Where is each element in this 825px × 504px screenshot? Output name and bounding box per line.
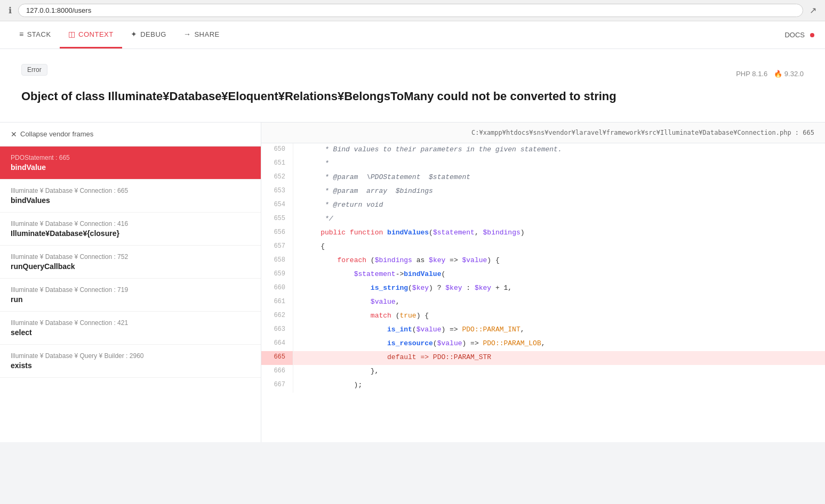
collapse-vendor-label: Collapse vendor frames bbox=[20, 130, 93, 138]
code-line: 658 foreach ($bindings as $key => $value… bbox=[261, 254, 825, 268]
line-code: match (true) { bbox=[293, 310, 429, 323]
nav-label-stack: STACK bbox=[27, 30, 51, 38]
code-line: 651 * bbox=[261, 157, 825, 171]
line-number: 663 bbox=[261, 323, 293, 337]
nav-item-stack[interactable]: ≡STACK bbox=[11, 21, 60, 48]
collapse-vendor-button[interactable]: ✕ Collapse vendor frames bbox=[0, 123, 261, 147]
code-line: 654 * @return void bbox=[261, 199, 825, 213]
code-line: 661 $value, bbox=[261, 296, 825, 310]
close-icon: ✕ bbox=[11, 130, 17, 139]
nav-right: DOCS bbox=[784, 31, 814, 39]
stack-frame[interactable]: Illuminate ¥ Database ¥ Connection : 421… bbox=[0, 312, 261, 345]
line-number: 662 bbox=[261, 310, 293, 323]
frame-method: bindValue bbox=[11, 163, 250, 172]
line-number: 667 bbox=[261, 379, 293, 393]
frame-method: runQueryCallback bbox=[11, 262, 250, 271]
line-number: 658 bbox=[261, 254, 293, 268]
line-code: * @return void bbox=[293, 199, 383, 213]
info-icon: ℹ bbox=[9, 5, 12, 15]
line-code: is_resource($value) => PDO::PARAM_LOB, bbox=[293, 337, 546, 351]
nav-label-debug: DEBUG bbox=[140, 30, 166, 38]
code-line: 662 match (true) { bbox=[261, 310, 825, 323]
line-code: is_int($value) => PDO::PARAM_INT, bbox=[293, 323, 525, 337]
context-icon: ◫ bbox=[68, 30, 76, 38]
nav-item-debug[interactable]: ✦DEBUG bbox=[122, 21, 175, 48]
stack-frame[interactable]: Illuminate ¥ Database ¥ Connection : 719… bbox=[0, 279, 261, 312]
code-panel: C:¥xampp¥htdocs¥sns¥vendor¥laravel¥frame… bbox=[261, 123, 825, 442]
line-number: 664 bbox=[261, 337, 293, 351]
code-line: 664 is_resource($value) => PDO::PARAM_LO… bbox=[261, 337, 825, 351]
share-icon[interactable]: ↗ bbox=[810, 5, 816, 15]
code-line: 656 public function bindValues($statemen… bbox=[261, 226, 825, 240]
frame-class: Illuminate ¥ Database ¥ Connection : 421 bbox=[11, 319, 250, 327]
line-number: 657 bbox=[261, 240, 293, 254]
line-code: * Bind values to their parameters in the… bbox=[293, 143, 562, 157]
error-meta: Error PHP 8.1.6 🔥 9.32.0 bbox=[21, 64, 804, 83]
main-content: ✕ Collapse vendor frames PDOStatement : … bbox=[0, 123, 825, 442]
code-line: 653 * @param array $bindings bbox=[261, 185, 825, 199]
line-number: 656 bbox=[261, 226, 293, 240]
line-number: 659 bbox=[261, 268, 293, 282]
line-code: $statement->bindValue( bbox=[293, 268, 445, 282]
url-bar[interactable]: 127.0.0.1:8000/users bbox=[18, 4, 803, 17]
line-code: ); bbox=[293, 379, 362, 393]
frame-class: PDOStatement : 665 bbox=[11, 154, 250, 161]
stack-panel: ✕ Collapse vendor frames PDOStatement : … bbox=[0, 123, 261, 442]
code-line: 655 */ bbox=[261, 213, 825, 226]
line-code: default => PDO::PARAM_STR bbox=[293, 351, 491, 365]
nav-label-share: SHARE bbox=[194, 30, 219, 38]
nav-item-share[interactable]: →SHARE bbox=[175, 21, 228, 48]
error-badge: Error bbox=[21, 64, 47, 76]
line-code: is_string($key) ? $key : $key + 1, bbox=[293, 282, 512, 296]
ignition-version: 🔥 9.32.0 bbox=[774, 70, 804, 78]
code-line: 657 { bbox=[261, 240, 825, 254]
stack-frame[interactable]: Illuminate ¥ Database ¥ Query ¥ Builder … bbox=[0, 345, 261, 378]
browser-bar: ℹ 127.0.0.1:8000/users ↗ bbox=[0, 0, 825, 21]
line-code: }, bbox=[293, 365, 379, 379]
line-number: 665 bbox=[261, 351, 293, 365]
code-line: 663 is_int($value) => PDO::PARAM_INT, bbox=[261, 323, 825, 337]
line-number: 650 bbox=[261, 143, 293, 157]
frame-method: Illuminate¥Database¥{closure} bbox=[11, 229, 250, 238]
line-number: 666 bbox=[261, 365, 293, 379]
docs-label[interactable]: DOCS bbox=[784, 31, 805, 39]
code-view: 650 * Bind values to their parameters in… bbox=[261, 143, 825, 393]
php-version: PHP 8.1.6 bbox=[736, 70, 767, 78]
line-code: $value, bbox=[293, 296, 399, 310]
line-number: 661 bbox=[261, 296, 293, 310]
code-line: 667 ); bbox=[261, 379, 825, 393]
error-header: Error PHP 8.1.6 🔥 9.32.0 Object of class… bbox=[0, 49, 825, 123]
line-code: { bbox=[293, 240, 325, 254]
line-number: 651 bbox=[261, 157, 293, 171]
nav-item-context[interactable]: ◫CONTEXT bbox=[60, 21, 122, 48]
line-number: 660 bbox=[261, 282, 293, 296]
docs-badge bbox=[810, 33, 814, 37]
line-code: * @param \PDOStatement $statement bbox=[293, 171, 470, 185]
frame-method: exists bbox=[11, 361, 250, 370]
line-code: * bbox=[293, 157, 329, 171]
line-code: foreach ($bindings as $key => $value) { bbox=[293, 254, 500, 268]
ignition-icon: 🔥 bbox=[774, 70, 782, 78]
stack-frame[interactable]: Illuminate ¥ Database ¥ Connection : 416… bbox=[0, 213, 261, 246]
error-meta-right: PHP 8.1.6 🔥 9.32.0 bbox=[736, 70, 804, 78]
code-line: 650 * Bind values to their parameters in… bbox=[261, 143, 825, 157]
stack-frame[interactable]: PDOStatement : 665bindValue bbox=[0, 147, 261, 180]
frame-class: Illuminate ¥ Database ¥ Connection : 719 bbox=[11, 286, 250, 294]
line-number: 654 bbox=[261, 199, 293, 213]
stack-frame[interactable]: Illuminate ¥ Database ¥ Connection : 665… bbox=[0, 180, 261, 213]
frame-method: run bbox=[11, 295, 250, 304]
top-nav: ≡STACK◫CONTEXT✦DEBUG→SHARE DOCS bbox=[0, 21, 825, 49]
stack-frame[interactable]: Illuminate ¥ Database ¥ Connection : 752… bbox=[0, 246, 261, 279]
line-number: 655 bbox=[261, 213, 293, 226]
error-title: Object of class Illuminate¥Database¥Eloq… bbox=[21, 88, 804, 105]
code-line: 665 default => PDO::PARAM_STR bbox=[261, 351, 825, 365]
line-number: 653 bbox=[261, 185, 293, 199]
code-line: 659 $statement->bindValue( bbox=[261, 268, 825, 282]
frame-class: Illuminate ¥ Database ¥ Query ¥ Builder … bbox=[11, 352, 250, 360]
stack-icon: ≡ bbox=[19, 30, 24, 38]
frame-method: bindValues bbox=[11, 196, 250, 205]
nav-label-context: CONTEXT bbox=[78, 30, 114, 38]
line-code: public function bindValues($statement, $… bbox=[293, 226, 525, 240]
frame-class: Illuminate ¥ Database ¥ Connection : 752 bbox=[11, 253, 250, 261]
line-code: */ bbox=[293, 213, 333, 226]
